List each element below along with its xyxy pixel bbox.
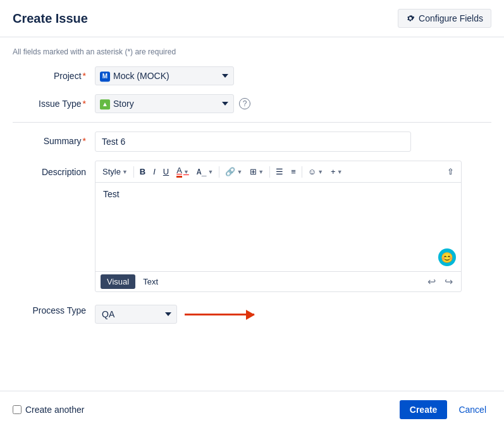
project-select[interactable]: Mock (MOCK)	[95, 66, 234, 85]
issue-type-wrapper: ▲ Story Bug Task Epic ?	[95, 94, 491, 113]
collapse-button[interactable]: ⇧	[444, 165, 457, 178]
create-another-label: Create another	[25, 405, 84, 415]
visual-tab[interactable]: Visual	[101, 274, 135, 289]
italic-label: I	[153, 167, 156, 176]
bullet-list-button[interactable]: ☰	[273, 165, 286, 178]
summary-input[interactable]	[95, 131, 411, 152]
project-field: M Mock (MOCK)	[95, 66, 491, 85]
style-label: Style	[102, 167, 121, 176]
required-note: All fields marked with an asterisk (*) a…	[13, 47, 491, 56]
redo-button[interactable]: ↪	[441, 274, 456, 289]
toolbar-divider-2	[219, 166, 219, 178]
issue-type-field: ▲ Story Bug Task Epic ?	[95, 94, 491, 113]
italic-button[interactable]: I	[150, 165, 159, 178]
configure-fields-label: Configure Fields	[419, 13, 483, 23]
summary-field	[95, 131, 491, 152]
project-select-wrapper: M Mock (MOCK)	[95, 66, 491, 85]
issue-type-label: Issue Type	[13, 94, 95, 109]
emoji-picker-icon: 😊	[441, 252, 453, 264]
style-dropdown-button[interactable]: Style ▼	[99, 165, 131, 178]
description-row: Description Style ▼ B I	[13, 161, 491, 292]
create-button[interactable]: Create	[400, 400, 448, 419]
emoji-icon: ☺	[308, 167, 316, 176]
issue-type-row: Issue Type ▲ Story Bug Task Epic	[13, 94, 491, 113]
numbered-list-button[interactable]: ≡	[288, 165, 299, 178]
cancel-button[interactable]: Cancel	[453, 400, 491, 419]
modal-footer: Create another Create Cancel	[0, 391, 504, 428]
toolbar-divider-3	[269, 166, 270, 178]
red-arrow-line	[185, 314, 254, 315]
modal-header: Create Issue Configure Fields	[0, 0, 504, 37]
editor-tabs: Visual Text	[101, 274, 164, 289]
form-divider	[13, 122, 491, 123]
modal-body: All fields marked with an asterisk (*) a…	[0, 37, 504, 391]
description-text: Test	[103, 189, 120, 199]
underline-button[interactable]: U	[160, 165, 172, 178]
more-icon: +	[331, 167, 336, 176]
toolbar-divider-1	[133, 166, 134, 178]
numbered-list-icon: ≡	[291, 167, 296, 176]
text-bg-button[interactable]: A̲ ▼	[194, 165, 217, 178]
red-arrow-head	[246, 310, 255, 320]
style-chevron-icon: ▼	[122, 169, 128, 175]
summary-row: Summary	[13, 131, 491, 152]
text-color-label: A	[176, 166, 182, 178]
underline-label: U	[163, 167, 169, 176]
table-icon: ⊞	[250, 167, 257, 176]
text-color-button[interactable]: A ▼	[173, 164, 192, 180]
editor-content-area[interactable]: Test 😊	[95, 183, 461, 271]
text-bg-chevron-icon: ▼	[207, 169, 213, 175]
link-chevron-icon: ▼	[237, 169, 242, 175]
summary-label: Summary	[13, 131, 95, 146]
bold-label: B	[140, 167, 145, 176]
collapse-icon: ⇧	[447, 167, 454, 176]
process-type-select[interactable]: QA Dev Design Testing	[95, 305, 177, 324]
create-another-checkbox[interactable]	[13, 405, 22, 414]
process-type-wrapper: QA Dev Design Testing	[95, 305, 491, 324]
issue-type-select-wrapper: ▲ Story Bug Task Epic	[95, 94, 234, 113]
editor-toolbar: Style ▼ B I U	[95, 161, 461, 183]
table-button[interactable]: ⊞ ▼	[247, 165, 267, 178]
page-title: Create Issue	[13, 11, 88, 26]
text-tab[interactable]: Text	[137, 274, 164, 289]
link-icon: 🔗	[225, 167, 235, 176]
issue-type-select[interactable]: Story Bug Task Epic	[95, 94, 234, 113]
gear-icon	[406, 14, 415, 23]
description-editor: Style ▼ B I U	[95, 161, 462, 292]
emoji-toolbar-button[interactable]: ☺ ▼	[305, 165, 326, 178]
link-button[interactable]: 🔗 ▼	[222, 165, 245, 178]
bullet-list-icon: ☰	[276, 167, 283, 176]
text-bg-label: A̲	[197, 167, 207, 176]
process-type-label: Process Type	[13, 301, 95, 315]
process-type-row: Process Type QA Dev Design Testing	[13, 301, 491, 324]
toolbar-divider-4	[302, 166, 302, 178]
project-row: Project M Mock (MOCK)	[13, 66, 491, 85]
help-icon[interactable]: ?	[239, 98, 250, 109]
undo-redo-controls: ↩ ↪	[424, 274, 456, 289]
create-another-checkbox-wrapper[interactable]: Create another	[13, 405, 84, 415]
more-chevron-icon: ▼	[337, 169, 343, 175]
more-button[interactable]: + ▼	[328, 165, 346, 178]
editor-footer: Visual Text ↩ ↪	[95, 271, 461, 291]
emoji-picker-button[interactable]: 😊	[438, 248, 456, 266]
arrow-indicator	[185, 314, 254, 315]
create-issue-modal: Create Issue Configure Fields All fields…	[0, 0, 504, 428]
emoji-chevron-icon: ▼	[317, 169, 323, 175]
footer-left: Create another	[13, 405, 393, 415]
bold-button[interactable]: B	[137, 165, 149, 178]
undo-button[interactable]: ↩	[424, 274, 439, 289]
configure-fields-button[interactable]: Configure Fields	[398, 9, 491, 28]
process-type-field: QA Dev Design Testing	[95, 301, 491, 324]
description-field: Style ▼ B I U	[95, 161, 491, 292]
project-label: Project	[13, 66, 95, 81]
text-color-chevron-icon: ▼	[183, 169, 189, 175]
table-chevron-icon: ▼	[258, 169, 264, 175]
description-label: Description	[13, 161, 95, 177]
